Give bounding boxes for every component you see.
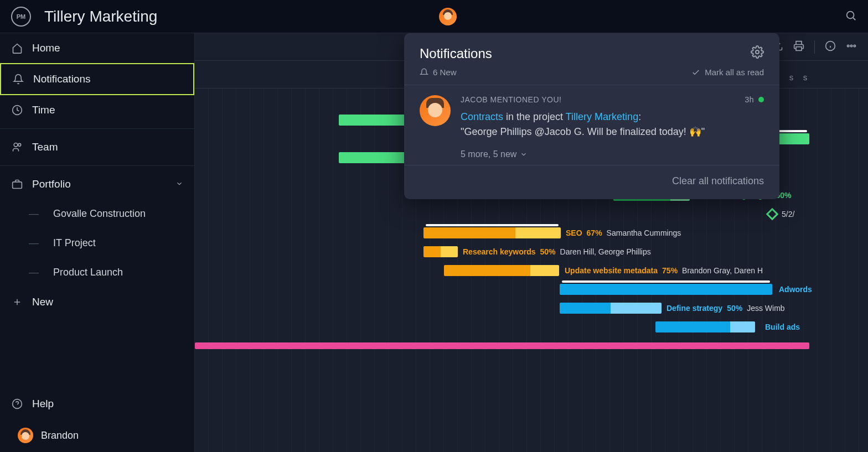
- svg-rect-14: [796, 46, 802, 50]
- milestone-date: 5/2/: [782, 210, 794, 219]
- notif-heading: JACOB MENTIONED YOU!: [461, 95, 561, 104]
- print-icon[interactable]: [793, 40, 804, 54]
- user-avatar[interactable]: [439, 8, 457, 25]
- svg-point-20: [854, 45, 855, 46]
- sidebar-label: Notifications: [33, 73, 91, 85]
- user-name: Brandon: [41, 430, 79, 441]
- sidebar-help[interactable]: Help: [0, 389, 194, 419]
- task-name-right: Creati: [779, 134, 801, 143]
- info-icon[interactable]: [825, 40, 836, 54]
- gantt-row: Research keywords50%Daren Hill, George P…: [195, 242, 868, 261]
- task-label: Update website metadata75%Brandon Gray, …: [565, 266, 763, 275]
- sidebar-label: Portfolio: [32, 178, 71, 190]
- clear-all-button[interactable]: Clear all notifications: [672, 175, 764, 186]
- notif-link-contracts[interactable]: Contracts: [461, 111, 503, 122]
- more-icon[interactable]: [846, 40, 857, 54]
- home-icon: [11, 42, 23, 54]
- sidebar-new[interactable]: New: [0, 287, 194, 317]
- gantt-row: Adwords: [195, 280, 868, 299]
- svg-point-18: [848, 45, 849, 46]
- sidebar-item-team[interactable]: Team: [0, 132, 194, 162]
- sidebar: Home Notifications Time Team Portfolio G…: [0, 33, 195, 452]
- timeline-day: S: [798, 75, 812, 88]
- task-label: SEO67%Samantha Cummings: [566, 228, 681, 237]
- notif-message: Contracts in the project Tillery Marketi…: [461, 110, 764, 139]
- gantt-row: 5/2/: [195, 205, 868, 224]
- notif-new-count: 6 New: [420, 67, 457, 77]
- sidebar-label: Time: [32, 104, 55, 116]
- gantt-bar[interactable]: [655, 321, 755, 332]
- gantt-bar[interactable]: [560, 303, 662, 314]
- notif-expand-button[interactable]: 5 more, 5 new: [461, 149, 764, 159]
- gantt-row: SEO67%Samantha Cummings: [195, 224, 868, 242]
- svg-line-1: [853, 18, 855, 20]
- portfolio-item-it[interactable]: IT Project: [0, 228, 194, 258]
- notif-title: Notifications: [420, 46, 492, 61]
- unread-dot-icon: [758, 97, 764, 102]
- svg-point-19: [850, 45, 852, 46]
- sidebar-label: Help: [32, 398, 54, 410]
- sidebar-user[interactable]: Brandon: [0, 419, 194, 452]
- gantt-bar[interactable]: [560, 284, 772, 295]
- gear-icon[interactable]: [751, 45, 764, 62]
- gantt-row: Build ads: [195, 318, 868, 336]
- portfolio-item-product[interactable]: Product Launch: [0, 258, 194, 287]
- clock-icon: [11, 104, 23, 116]
- svg-point-4: [18, 143, 21, 146]
- bell-icon: [12, 73, 24, 85]
- team-icon: [11, 141, 23, 153]
- sidebar-label: Team: [32, 141, 58, 153]
- sidebar-item-portfolio[interactable]: Portfolio: [0, 169, 194, 199]
- svg-point-3: [14, 143, 18, 147]
- gantt-row: Define strategy50%Jess Wimb: [195, 299, 868, 318]
- sidebar-item-time[interactable]: Time: [0, 95, 194, 125]
- plus-icon: [11, 296, 23, 308]
- notif-time: 3h: [745, 95, 754, 104]
- svg-point-0: [847, 11, 854, 18]
- task-label: Research keywords50%Daren Hill, George P…: [463, 247, 651, 256]
- task-label: Define strategy50%Jess Wimb: [666, 304, 785, 313]
- mark-all-read-button[interactable]: Mark all as read: [691, 67, 764, 77]
- sidebar-label: Home: [32, 42, 60, 54]
- sidebar-item-notifications[interactable]: Notifications: [0, 63, 194, 95]
- svg-point-21: [756, 50, 759, 54]
- gantt-bar[interactable]: [444, 265, 559, 276]
- chevron-down-icon: [175, 178, 183, 190]
- gantt-bar[interactable]: [195, 342, 809, 349]
- notifications-popup: Notifications 6 New Mark all as read: [404, 33, 779, 199]
- notif-sender-avatar: [420, 95, 451, 126]
- task-label: Adwords: [779, 285, 812, 294]
- task-label: Build ads: [765, 323, 800, 331]
- briefcase-icon: [11, 178, 23, 190]
- timeline-day: S: [784, 75, 798, 88]
- gantt-row: Update website metadata75%Brandon Gray, …: [195, 261, 868, 280]
- svg-rect-5: [13, 182, 22, 189]
- sidebar-item-home[interactable]: Home: [0, 33, 194, 63]
- milestone-icon[interactable]: [766, 208, 779, 221]
- portfolio-item-govalle[interactable]: Govalle Construction: [0, 199, 194, 228]
- gantt-bar[interactable]: [423, 246, 458, 257]
- notif-link-project[interactable]: Tillery Marketing: [566, 111, 638, 122]
- gantt-row: [195, 336, 868, 355]
- help-icon: [11, 398, 23, 410]
- gantt-bar[interactable]: [423, 227, 561, 238]
- sidebar-label: New: [32, 296, 53, 308]
- user-avatar-small: [18, 428, 33, 443]
- main-content: APR, 24 '22MAY, 1 '22 FSSMTWTFSSMTWTFSS …: [195, 33, 868, 452]
- page-title: Tillery Marketing: [44, 8, 432, 25]
- search-icon[interactable]: [845, 9, 857, 24]
- app-logo[interactable]: PM: [11, 7, 31, 27]
